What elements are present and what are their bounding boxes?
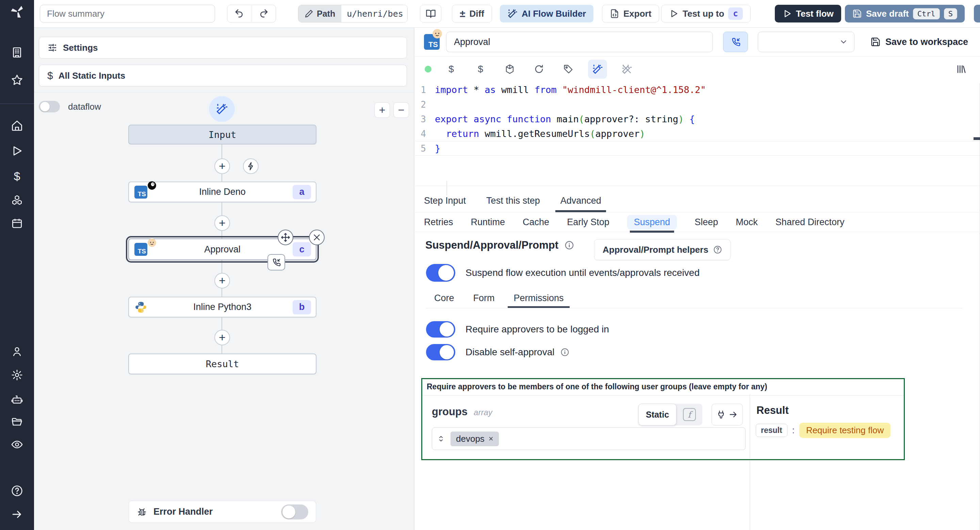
node-input[interactable]: Input <box>128 125 317 144</box>
save-draft-button[interactable]: Save draft Ctrl S <box>845 5 965 22</box>
redo-button[interactable] <box>251 5 275 22</box>
dependencies-button[interactable] <box>500 60 519 79</box>
zoom-out-button[interactable]: − <box>393 102 409 118</box>
resource-picker-button[interactable]: $ <box>471 60 490 79</box>
ai-diff-button[interactable] <box>617 60 636 79</box>
zoom-in-button[interactable]: + <box>374 102 390 118</box>
test-up-to-button[interactable]: Test up to c <box>661 5 751 22</box>
tab-shared-directory[interactable]: Shared Directory <box>775 212 845 231</box>
approval-prompt-helpers-button[interactable]: Approval/Prompt helpers <box>594 239 730 260</box>
tag-icon <box>563 64 573 74</box>
tab-core[interactable]: Core <box>434 288 454 308</box>
node-inline-deno[interactable]: TS Inline Deno a <box>128 182 317 202</box>
remove-tag-icon[interactable]: × <box>488 434 493 444</box>
workers-robot-icon[interactable] <box>11 393 23 405</box>
users-icon[interactable] <box>11 345 23 358</box>
javascript-expr-option[interactable]: f <box>676 408 702 421</box>
plus-minus-icon: ± <box>460 8 465 19</box>
collapse-arrow-icon[interactable] <box>11 508 23 520</box>
groups-tags-input[interactable]: devops× <box>432 428 746 450</box>
flow-summary-input[interactable] <box>40 5 215 22</box>
code-line[interactable]: 4 return wmill.getResumeUrls(approver) <box>415 126 980 141</box>
test-flow-button[interactable]: Test flow <box>775 5 841 22</box>
tab-suspend[interactable]: Suspend <box>627 215 677 230</box>
pencil-icon <box>305 9 313 18</box>
code-editor[interactable]: 1import * as wmill from "windmill-client… <box>415 82 980 186</box>
split-divider[interactable] <box>749 394 750 530</box>
library-panel-button[interactable] <box>956 57 966 82</box>
add-step-button[interactable]: + <box>215 215 230 231</box>
file-export-icon <box>610 9 619 18</box>
code-line[interactable]: 5} <box>415 141 980 156</box>
tab-step-input[interactable]: Step Input <box>424 189 466 212</box>
move-node-button[interactable] <box>278 230 293 245</box>
ai-flow-builder-button[interactable]: AI Flow Builder <box>500 5 593 22</box>
folders-icon[interactable] <box>11 416 23 428</box>
add-step-button[interactable]: + <box>215 158 230 174</box>
ai-wand-bubble-button[interactable] <box>209 96 235 122</box>
play-icon <box>782 9 792 18</box>
workspace-script-select[interactable] <box>758 32 854 52</box>
home-icon[interactable] <box>11 120 23 132</box>
code-line[interactable]: 3export async function main(approver?: s… <box>415 112 980 126</box>
static-mode-toggle[interactable]: Static f <box>638 404 702 425</box>
add-step-button[interactable]: + <box>215 330 230 345</box>
error-handler-toggle[interactable] <box>281 504 308 519</box>
tab-form[interactable]: Form <box>473 288 495 308</box>
schedules-calendar-icon[interactable] <box>11 217 23 230</box>
save-to-workspace-button[interactable]: Save to workspace <box>870 32 968 52</box>
tab-mock[interactable]: Mock <box>736 212 758 231</box>
python-icon <box>134 301 147 314</box>
node-result[interactable]: Result <box>128 354 317 374</box>
building-icon[interactable] <box>11 46 23 59</box>
variable-picker-button[interactable]: $ <box>442 60 461 79</box>
path-widget[interactable]: Path u/henri/bes <box>298 5 408 22</box>
star-icon[interactable] <box>11 74 23 86</box>
all-static-inputs-button[interactable]: $ All Static Inputs <box>39 65 407 86</box>
code-line[interactable]: 1import * as wmill from "windmill-client… <box>415 82 980 97</box>
tag-button[interactable] <box>559 60 578 79</box>
tab-advanced[interactable]: Advanced <box>560 189 601 212</box>
approval-phone-indicator[interactable] <box>267 254 285 270</box>
undo-button[interactable] <box>227 5 251 22</box>
dataflow-toggle[interactable] <box>39 101 60 112</box>
require-logged-in-toggle[interactable] <box>426 321 455 338</box>
disable-self-approval-toggle[interactable] <box>426 344 455 360</box>
connect-input-button[interactable] <box>711 404 743 425</box>
info-icon[interactable] <box>560 348 569 357</box>
deploy-button-partial[interactable] <box>974 5 980 22</box>
delete-node-button[interactable] <box>309 230 325 245</box>
audit-eye-icon[interactable] <box>11 438 23 451</box>
code-line[interactable]: 2 <box>415 97 980 112</box>
settings-gear-icon[interactable] <box>11 369 23 381</box>
tab-test-this-step[interactable]: Test this step <box>486 189 540 212</box>
tab-retries[interactable]: Retries <box>424 212 453 231</box>
group-tag[interactable]: devops× <box>450 431 499 446</box>
info-icon[interactable] <box>565 241 574 250</box>
tab-cache[interactable]: Cache <box>523 212 549 231</box>
path-value[interactable]: u/henri/bes <box>341 5 407 22</box>
tab-permissions[interactable]: Permissions <box>514 288 564 308</box>
tab-early-stop[interactable]: Early Stop <box>567 212 609 231</box>
tab-runtime[interactable]: Runtime <box>471 212 505 231</box>
variables-dollar-icon[interactable]: $ <box>11 170 23 182</box>
add-step-button[interactable]: + <box>215 273 230 289</box>
resources-cubes-icon[interactable] <box>11 194 23 206</box>
diff-button[interactable]: ± Diff <box>452 5 492 22</box>
flow-settings-button[interactable]: Settings <box>39 37 407 59</box>
approval-phone-button[interactable] <box>723 32 748 52</box>
reset-button[interactable] <box>530 60 549 79</box>
ai-assistant-button[interactable] <box>588 60 607 79</box>
suspend-flow-toggle[interactable] <box>426 264 455 282</box>
help-icon[interactable] <box>11 485 23 497</box>
runs-play-icon[interactable] <box>11 145 23 157</box>
windmill-logo-icon[interactable] <box>11 5 23 17</box>
step-name-input[interactable] <box>446 32 713 52</box>
static-option[interactable]: Static <box>638 404 676 425</box>
tab-sleep[interactable]: Sleep <box>695 212 718 231</box>
node-inline-python3[interactable]: Inline Python3 b <box>128 297 317 318</box>
error-handler-card[interactable]: Error Handler <box>129 501 316 523</box>
export-button[interactable]: Export <box>602 5 659 22</box>
docs-book-button[interactable] <box>420 5 441 22</box>
add-trigger-button[interactable] <box>243 158 259 174</box>
